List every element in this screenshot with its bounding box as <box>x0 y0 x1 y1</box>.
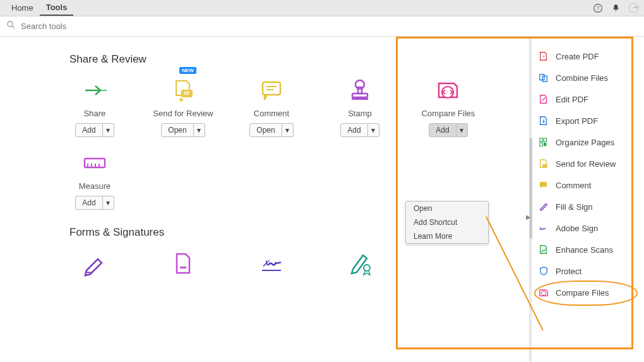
svg-point-7 <box>104 90 105 91</box>
tool-prepare-form-icon-only[interactable] <box>139 250 227 277</box>
rp-comment[interactable]: Comment <box>538 174 644 196</box>
tool-share[interactable]: Share Add ▾ <box>51 77 139 137</box>
rp-label: Adobe Sign <box>556 224 598 233</box>
svg-rect-35 <box>544 143 546 146</box>
comment-small-icon <box>538 179 549 191</box>
svg-rect-36 <box>542 164 547 167</box>
new-badge: NEW <box>179 67 196 74</box>
expand-handle-icon[interactable]: ▶ <box>526 214 531 220</box>
share-add-button[interactable]: Add <box>75 123 102 137</box>
tool-adobe-sign-icon-only[interactable]: ✗ <box>227 250 316 277</box>
tool-measure[interactable]: Measure Add ▾ <box>51 150 139 210</box>
comment-dropdown-caret[interactable]: ▾ <box>282 123 294 137</box>
adobe-sign-small-icon: x <box>538 222 549 234</box>
rp-label: Combine Files <box>556 73 608 83</box>
send-for-review-small-icon <box>538 158 549 169</box>
account-icon[interactable] <box>628 3 639 14</box>
svg-line-5 <box>12 26 15 28</box>
measure-add-button[interactable]: Add <box>75 196 102 210</box>
rp-fill-sign[interactable]: Fill & Sign <box>538 196 644 217</box>
tool-certificates-icon-only[interactable] <box>316 250 404 277</box>
rp-enhance-scans[interactable]: Enhance Scans <box>538 239 644 260</box>
stamp-add-button[interactable]: Add <box>340 123 367 137</box>
svg-rect-33 <box>544 138 546 142</box>
rp-label: Comment <box>556 181 591 190</box>
rp-compare-files[interactable]: Compare Files <box>538 282 644 303</box>
svg-rect-25 <box>180 267 186 268</box>
rp-adobe-sign[interactable]: x Adobe Sign <box>538 217 644 239</box>
measure-icon <box>81 150 108 176</box>
tool-send-for-review[interactable]: NEW Send for Review Open ▾ <box>139 77 227 137</box>
tool-compare-files[interactable]: Compare Files Add ▾ <box>404 77 492 137</box>
rp-label: Protect <box>556 267 581 276</box>
bell-icon[interactable] <box>610 3 621 14</box>
tool-stamp[interactable]: Stamp Add ▾ <box>316 77 404 137</box>
tab-home[interactable]: Home <box>5 1 40 15</box>
svg-rect-16 <box>358 87 362 94</box>
send-for-review-icon <box>170 77 196 104</box>
rp-export-pdf[interactable]: Export PDF <box>538 110 644 131</box>
tab-tools[interactable]: Tools <box>40 0 74 16</box>
rp-combine-files[interactable]: Combine Files <box>538 67 644 88</box>
dropdown-open[interactable]: Open <box>406 202 488 215</box>
tool-label: Stamp <box>348 109 372 118</box>
svg-text:+: + <box>542 54 545 59</box>
right-shortcuts-panel: + Create PDF Combine Files Edit PDF Expo… <box>532 37 644 362</box>
dropdown-learn-more[interactable]: Learn More <box>406 229 488 243</box>
rp-protect[interactable]: Protect <box>538 260 644 282</box>
svg-point-28 <box>364 265 370 271</box>
comment-icon <box>258 77 285 104</box>
tool-label: Send for Review <box>153 109 213 118</box>
svg-rect-17 <box>352 94 367 97</box>
svg-rect-32 <box>540 138 542 142</box>
svg-rect-9 <box>181 90 193 97</box>
share-dropdown-caret[interactable]: ▾ <box>103 123 114 137</box>
svg-text:?: ? <box>597 5 600 11</box>
compare-add-button[interactable]: Add <box>429 123 456 137</box>
rp-send-for-review[interactable]: Send for Review <box>538 153 644 174</box>
export-pdf-icon <box>538 115 549 126</box>
svg-point-2 <box>615 9 616 11</box>
measure-dropdown-caret[interactable]: ▾ <box>103 196 114 210</box>
send-review-dropdown-caret[interactable]: ▾ <box>194 123 205 137</box>
scroll-thumb[interactable] <box>530 138 532 239</box>
rp-organize-pages[interactable]: Organize Pages <box>538 131 644 153</box>
tool-label: Compare Files <box>422 109 475 118</box>
certificate-pen-icon <box>347 250 373 277</box>
send-review-open-button[interactable]: Open <box>161 123 193 137</box>
compare-files-small-icon <box>538 287 549 298</box>
panel-divider[interactable]: ▶ <box>529 37 532 362</box>
stamp-dropdown-caret[interactable]: ▾ <box>368 123 379 137</box>
svg-rect-31 <box>542 76 547 81</box>
rp-label: Fill & Sign <box>556 202 593 212</box>
compare-dropdown-caret[interactable]: ▾ <box>456 123 468 137</box>
svg-point-6 <box>102 90 103 91</box>
tool-label: Comment <box>254 109 289 118</box>
rp-label: Export PDF <box>556 116 598 126</box>
rp-create-pdf[interactable]: + Create PDF <box>538 45 644 67</box>
rp-label: Send for Review <box>556 159 616 169</box>
rp-label: Edit PDF <box>556 95 588 104</box>
svg-point-4 <box>8 21 13 27</box>
combine-files-icon <box>538 72 549 83</box>
search-input[interactable] <box>20 21 209 32</box>
dropdown-add-shortcut[interactable]: Add Shortcut <box>406 215 488 229</box>
organize-pages-icon <box>538 136 549 148</box>
edit-pdf-icon <box>538 94 549 105</box>
rp-edit-pdf[interactable]: Edit PDF <box>538 88 644 110</box>
help-icon[interactable]: ? <box>592 3 604 14</box>
tool-fill-sign-icon-only[interactable] <box>51 250 139 277</box>
comment-open-button[interactable]: Open <box>249 123 282 137</box>
topbar: Home Tools ? <box>0 0 644 16</box>
search-icon <box>6 20 16 32</box>
protect-shield-icon <box>538 265 549 277</box>
tool-label: Share <box>84 109 106 118</box>
rp-label: Enhance Scans <box>556 245 613 255</box>
svg-point-19 <box>442 87 453 98</box>
svg-text:x: x <box>540 226 542 229</box>
enhance-scans-icon <box>538 244 549 255</box>
tool-comment[interactable]: Comment Open ▾ <box>227 77 316 137</box>
form-document-icon <box>170 250 196 277</box>
section-share-review: Share & Review <box>69 53 529 66</box>
pen-sign-icon <box>81 250 108 277</box>
